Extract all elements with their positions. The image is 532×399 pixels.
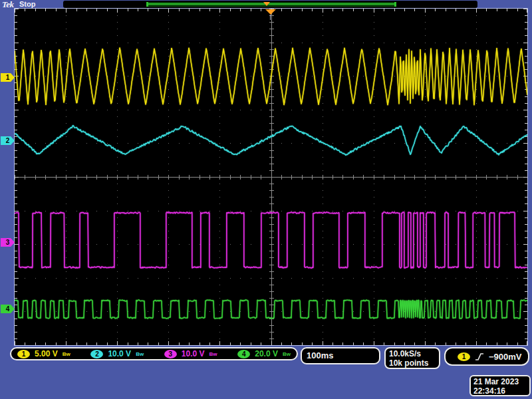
channel-4-readout: 4 20.0 V Bw — [237, 349, 291, 358]
sample-rate: 10.0kS/s — [389, 349, 439, 358]
oscilloscope-screen: Tek Stop 1 2 3 4 1 5.00 V Bw 2 10.0 V Bw… — [0, 0, 532, 399]
channel-2-scale: 10.0 V — [108, 349, 131, 358]
trigger-level: −900mV — [489, 352, 522, 362]
channel-3-badge: 3 — [164, 350, 177, 358]
channel-4-badge: 4 — [237, 350, 250, 358]
acquisition-readout: 10.0kS/s 10k points — [384, 347, 440, 369]
record-view-bar — [146, 2, 396, 7]
trigger-readout: 1 −900mV — [444, 347, 529, 366]
waveform-canvas — [15, 9, 527, 345]
channel-3-readout: 3 10.0 V Bw — [164, 349, 217, 358]
channel-2-bandwidth-icon: Bw — [136, 351, 144, 357]
timebase-readout: 100ms — [301, 347, 380, 364]
channel-4-bandwidth-icon: Bw — [283, 351, 291, 357]
tek-logo: Tek — [2, 0, 14, 10]
timebase-value: 100ms — [307, 350, 333, 360]
channel-readouts: 1 5.00 V Bw 2 10.0 V Bw 3 10.0 V Bw 4 20… — [10, 347, 298, 360]
graticule-display — [14, 8, 528, 346]
acquisition-status: Stop — [19, 0, 35, 8]
datetime-readout: 21 Mar 2023 22:34:16 — [469, 375, 531, 396]
channel-1-badge: 1 — [17, 350, 30, 358]
acquisition-progress-strip — [63, 1, 477, 8]
time-value: 22:34:16 — [473, 386, 529, 396]
date-value: 21 Mar 2023 — [473, 377, 529, 386]
channel-1-scale: 5.00 V — [35, 349, 58, 358]
channel-3-bandwidth-icon: Bw — [209, 351, 217, 357]
trigger-position-marker-small — [263, 2, 270, 6]
channel-2-badge: 2 — [90, 350, 103, 358]
channel-1-marker: 1 — [1, 73, 15, 82]
channel-1-readout: 1 5.00 V Bw — [17, 349, 70, 358]
trigger-position-stem — [270, 15, 271, 20]
channel-3-marker: 3 — [1, 238, 15, 247]
record-view-line — [148, 3, 394, 5]
channel-2-marker: 2 — [1, 136, 15, 145]
channel-3-scale: 10.0 V — [182, 349, 205, 358]
channel-4-scale: 20.0 V — [255, 349, 278, 358]
channel-2-readout: 2 10.0 V Bw — [90, 349, 144, 358]
channel-1-bandwidth-icon: Bw — [63, 351, 70, 357]
trigger-position-marker — [265, 9, 276, 15]
rising-edge-icon — [475, 352, 484, 361]
record-length: 10k points — [389, 358, 439, 368]
channel-4-marker: 4 — [1, 305, 15, 313]
trigger-source-badge: 1 — [458, 352, 470, 361]
